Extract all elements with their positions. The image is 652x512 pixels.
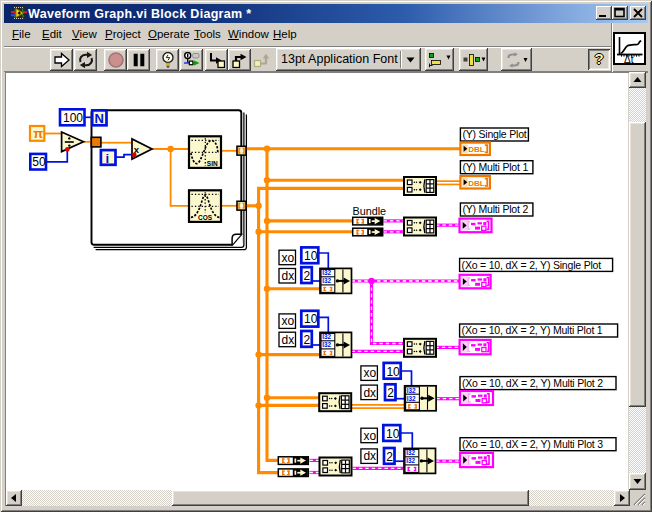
svg-text:(Y) Multi Plot 2: (Y) Multi Plot 2 xyxy=(462,203,528,215)
svg-text:xo: xo xyxy=(363,366,376,380)
svg-text:xo: xo xyxy=(363,429,376,443)
svg-text:(Y) Multi Plot 1: (Y) Multi Plot 1 xyxy=(462,161,528,173)
svg-text:i: i xyxy=(106,151,110,166)
svg-text:(Xo = 10, dX = 2, Y) Single Pl: (Xo = 10, dX = 2, Y) Single Plot xyxy=(462,259,602,271)
svg-text:(Xo = 10, dX = 2, Y) Multi Plo: (Xo = 10, dX = 2, Y) Multi Plot 1 xyxy=(462,324,603,336)
svg-text:2: 2 xyxy=(387,386,394,400)
svg-text:DBL: DBL xyxy=(468,145,485,154)
svg-text:dx: dx xyxy=(282,269,295,283)
svg-text:Bundle: Bundle xyxy=(353,205,387,217)
svg-text:10: 10 xyxy=(386,365,400,379)
svg-text:10: 10 xyxy=(304,312,318,326)
svg-text:xo: xo xyxy=(282,251,295,265)
svg-text:10: 10 xyxy=(386,427,400,441)
svg-text:2: 2 xyxy=(304,333,311,347)
svg-text:(Y) Single Plot: (Y) Single Plot xyxy=(462,128,526,140)
svg-text:dx: dx xyxy=(363,386,376,400)
svg-text:xo: xo xyxy=(282,314,295,328)
svg-text:N: N xyxy=(95,111,104,126)
svg-text:dx: dx xyxy=(363,449,376,463)
svg-text:2: 2 xyxy=(386,450,393,464)
svg-text:Δt: Δt xyxy=(624,54,634,64)
svg-text:SIN: SIN xyxy=(207,160,218,167)
svg-text:2: 2 xyxy=(304,269,311,283)
svg-text:100: 100 xyxy=(63,111,83,125)
svg-text:COS: COS xyxy=(198,214,213,221)
svg-text:(Xo = 10, dX = 2, Y) Multi Plo: (Xo = 10, dX = 2, Y) Multi Plot 3 xyxy=(462,438,603,450)
svg-text:π: π xyxy=(33,126,43,141)
svg-text:DBL: DBL xyxy=(468,179,485,188)
svg-text:10: 10 xyxy=(304,249,318,263)
svg-text:50: 50 xyxy=(32,155,46,169)
svg-text:(Xo = 10, dX = 2, Y) Multi Plo: (Xo = 10, dX = 2, Y) Multi Plot 2 xyxy=(462,377,603,389)
svg-text:dx: dx xyxy=(282,333,295,347)
